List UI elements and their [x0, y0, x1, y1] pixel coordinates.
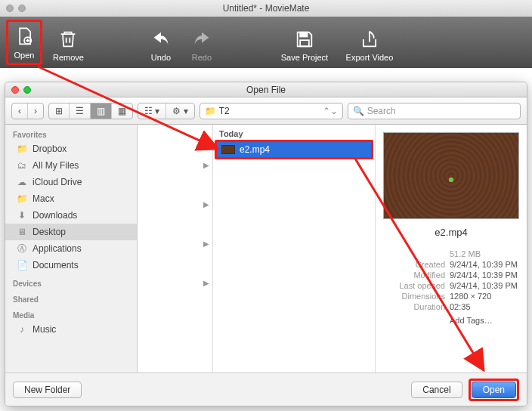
cloud-icon: ☁: [16, 177, 28, 187]
dialog-titlebar: Open File: [5, 82, 527, 97]
path-current: T2: [219, 106, 230, 116]
remove-tool[interactable]: Remove: [48, 20, 88, 65]
open-button[interactable]: Open: [472, 382, 516, 398]
path-dropdown[interactable]: 📁T2 ⌃⌄: [200, 103, 343, 119]
applications-icon: Ⓐ: [16, 243, 28, 254]
svg-rect-3: [300, 32, 307, 37]
documents-icon: 📄: [16, 260, 28, 270]
sidebar-item-label: Downloads: [32, 210, 77, 221]
meta-label: Last opened: [383, 281, 445, 290]
sidebar-item-label: Applications: [32, 243, 82, 254]
sidebar-item-label: Dropbox: [32, 144, 66, 154]
search-icon: 🔍: [353, 106, 364, 116]
sidebar-item-macx[interactable]: 📁Macx: [5, 190, 137, 207]
meta-label: Dimensions: [383, 292, 445, 301]
sidebar-item-label: iCloud Drive: [32, 177, 82, 187]
app-title: Untitled* - MovieMate: [223, 3, 310, 14]
folder-icon: 📁: [16, 193, 28, 204]
meta-value: 9/24/14, 10:39 PM: [445, 270, 519, 280]
sidebar-item-allmyfiles[interactable]: 🗂All My Files: [5, 157, 137, 174]
nav-forward[interactable]: ›: [28, 104, 43, 119]
chevron-right-icon: ▶: [203, 239, 209, 248]
new-folder-button[interactable]: New Folder: [13, 382, 82, 398]
nav-buttons[interactable]: ‹ ›: [11, 103, 44, 119]
column-view-icon[interactable]: ▥: [91, 104, 112, 119]
sidebar-item-label: All My Files: [32, 160, 79, 171]
undo-tool[interactable]: Undo: [143, 20, 179, 65]
app-toolbar: Open Remove Undo Redo Save Project Expor…: [0, 17, 532, 68]
list-view-icon[interactable]: ☰: [70, 104, 91, 119]
chevron-right-icon: ▶: [203, 200, 209, 209]
remove-label: Remove: [53, 53, 84, 62]
export-video-tool[interactable]: Export Video: [339, 20, 400, 65]
chevron-right-icon: ▶: [203, 279, 209, 287]
arrange-icon[interactable]: ⚙ ▾: [166, 104, 193, 119]
sidebar-item-label: Documents: [32, 260, 79, 270]
sidebar-section-favorites: Favorites: [5, 125, 137, 141]
video-thumbnail-icon: [221, 145, 235, 154]
dialog-title: Open File: [246, 85, 286, 95]
file-name: e2.mp4: [240, 144, 270, 155]
save-icon: [294, 29, 315, 50]
sidebar-item-label: Desktop: [32, 227, 66, 237]
zoom-window-icon[interactable]: [23, 86, 31, 94]
chevron-updown-icon: ⌃⌄: [323, 106, 338, 116]
redo-tool[interactable]: Redo: [184, 20, 220, 65]
file-row-selected[interactable]: e2.mp4: [217, 142, 371, 157]
sidebar: Favorites 📁Dropbox 🗂All My Files ☁iCloud…: [5, 125, 138, 372]
sidebar-section-devices: Devices: [5, 273, 137, 289]
folder-icon: 📁: [205, 106, 216, 116]
trash-icon: [57, 29, 79, 50]
sidebar-item-icloud[interactable]: ☁iCloud Drive: [5, 174, 137, 190]
save-project-tool[interactable]: Save Project: [274, 20, 335, 65]
open-tool[interactable]: Open: [6, 20, 42, 65]
save-project-label: Save Project: [281, 53, 328, 62]
sidebar-item-dropbox[interactable]: 📁Dropbox: [5, 141, 137, 157]
icon-view-icon[interactable]: ⊞: [49, 104, 70, 119]
sidebar-item-label: Macx: [32, 193, 54, 204]
sidebar-item-downloads[interactable]: ⬇Downloads: [5, 207, 137, 224]
document-plus-icon: [14, 26, 35, 48]
open-file-dialog: Open File ‹ › ⊞ ☰ ▥ ▦ ☷ ▾ ⚙ ▾ 📁T2 ⌃⌄ 🔍 S…: [5, 82, 527, 406]
sidebar-item-label: Music: [32, 324, 56, 335]
column-2[interactable]: Today e2.mp4: [213, 125, 376, 372]
group-arrange-buttons[interactable]: ☷ ▾ ⚙ ▾: [138, 103, 195, 119]
group-icon[interactable]: ☷ ▾: [138, 104, 166, 119]
open-label: Open: [14, 51, 35, 60]
meta-label: Created: [383, 260, 445, 269]
column-1[interactable]: ▶ ▶ ▶ ▶: [138, 125, 213, 372]
view-mode-buttons[interactable]: ⊞ ☰ ▥ ▦: [48, 103, 133, 119]
meta-value: 1280 × 720: [445, 292, 519, 301]
sidebar-item-documents[interactable]: 📄Documents: [5, 257, 137, 273]
downloads-icon: ⬇: [16, 210, 28, 221]
nav-back[interactable]: ‹: [12, 104, 28, 119]
coverflow-view-icon[interactable]: ▦: [112, 104, 132, 119]
meta-value: 02:35: [445, 302, 519, 311]
window-dot: [18, 5, 26, 12]
sidebar-section-media: Media: [5, 305, 137, 321]
preview-thumbnail: [383, 132, 519, 219]
sidebar-item-music[interactable]: ♪Music: [5, 321, 137, 338]
preview-filename: e2.mp4: [435, 227, 467, 238]
export-icon: [359, 29, 380, 50]
meta-label: Duration: [383, 302, 445, 311]
sidebar-section-shared: Shared: [5, 289, 137, 305]
preview-pane: e2.mp4 51.2 MB Created9/24/14, 10:39 PM …: [376, 125, 527, 372]
dialog-toolbar: ‹ › ⊞ ☰ ▥ ▦ ☷ ▾ ⚙ ▾ 📁T2 ⌃⌄ 🔍 Search: [5, 97, 527, 125]
add-tags-link[interactable]: Add Tags…: [445, 316, 519, 325]
preview-metadata: 51.2 MB Created9/24/14, 10:39 PM Modifie…: [383, 249, 519, 326]
button-label: Cancel: [422, 385, 450, 395]
dialog-body: Favorites 📁Dropbox 🗂All My Files ☁iCloud…: [5, 125, 527, 372]
sidebar-item-desktop[interactable]: 🖥Desktop: [5, 224, 137, 240]
search-input[interactable]: 🔍 Search: [348, 103, 521, 119]
close-window-icon[interactable]: [11, 86, 19, 94]
dialog-footer: New Folder Cancel Open: [5, 372, 527, 406]
sidebar-item-applications[interactable]: ⒶApplications: [5, 240, 137, 257]
search-placeholder: Search: [367, 106, 396, 116]
svg-rect-4: [300, 40, 309, 46]
export-video-label: Export Video: [346, 53, 394, 62]
music-icon: ♪: [16, 324, 28, 335]
cancel-button[interactable]: Cancel: [411, 382, 462, 398]
folder-icon: 📁: [16, 144, 28, 154]
redo-icon: [191, 29, 212, 50]
